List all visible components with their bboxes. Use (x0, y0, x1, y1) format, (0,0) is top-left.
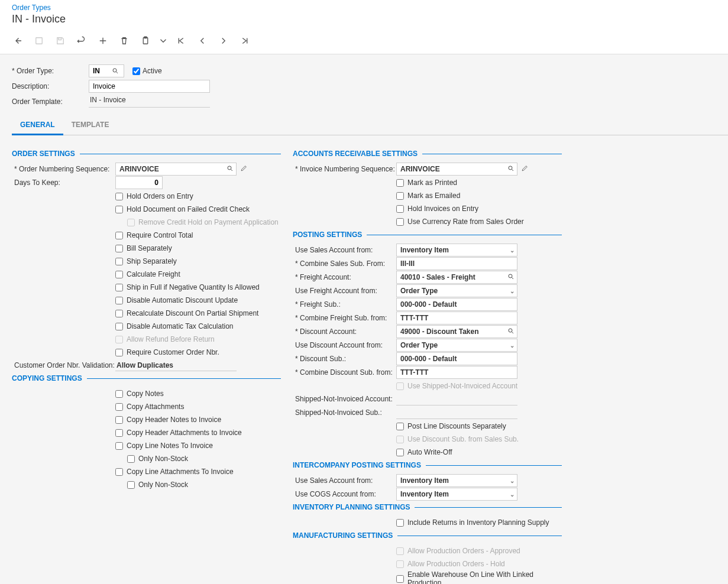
ship-sep-checkbox[interactable] (115, 258, 123, 265)
active-label: Active (143, 67, 162, 75)
next-icon[interactable] (213, 33, 234, 49)
freight-acct-label: Freight Account: (293, 273, 396, 281)
shipped-notinv-acct-value (396, 392, 517, 405)
svg-point-5 (228, 166, 231, 170)
post-line-disc-checkbox[interactable] (396, 423, 404, 430)
save-and-close-icon (28, 33, 50, 49)
allow-refund-checkbox (115, 336, 123, 343)
disable-auto-tax-checkbox[interactable] (115, 323, 123, 330)
pencil-icon[interactable] (240, 164, 248, 174)
chevron-down-icon: ⌄ (510, 288, 515, 294)
days-to-keep-label: Days To Keep: (12, 179, 115, 187)
freight-sub-input[interactable]: 000-000 - Default (396, 298, 517, 311)
svg-point-4 (113, 69, 117, 72)
only-nonstock1-checkbox[interactable] (127, 455, 135, 463)
bill-sep-checkbox[interactable] (115, 245, 123, 252)
delete-icon[interactable] (114, 33, 135, 49)
mark-emailed-label: Mark as Emailed (407, 192, 460, 200)
days-to-keep-input[interactable] (115, 176, 163, 189)
order-type-input[interactable] (89, 64, 124, 77)
copy-line-attach-checkbox[interactable] (115, 468, 123, 476)
use-shipped-notinv-label: Use Shipped-Not-Invoiced Account (407, 382, 517, 390)
freight-acct-input[interactable]: 40010 - Sales - Freight (396, 271, 517, 284)
search-icon[interactable] (507, 165, 515, 174)
disable-auto-disc-checkbox[interactable] (115, 297, 123, 304)
breadcrumb-link[interactable]: Order Types (0, 0, 728, 13)
clipboard-icon[interactable] (135, 33, 156, 49)
combine-freight-sub-label: Combine Freight Sub. from: (293, 314, 396, 322)
calc-freight-checkbox[interactable] (115, 271, 123, 278)
discount-sub-label: Discount Sub.: (293, 355, 396, 363)
auto-writeoff-checkbox[interactable] (396, 449, 404, 456)
allow-prod-hold-checkbox (396, 560, 404, 568)
description-input[interactable] (89, 80, 210, 93)
search-icon[interactable] (227, 165, 234, 174)
last-icon[interactable] (234, 33, 255, 49)
only-nonstock2-checkbox[interactable] (127, 481, 135, 489)
only-nonstock2-label: Only Non-Stock (138, 481, 188, 489)
pencil-icon[interactable] (521, 164, 529, 174)
include-returns-checkbox[interactable] (396, 519, 404, 527)
remove-credit-hold-checkbox (127, 219, 135, 226)
search-icon[interactable] (109, 65, 121, 77)
enable-warehouse-checkbox[interactable] (396, 575, 404, 583)
use-sales-acct-select[interactable]: Inventory Item⌄ (396, 244, 517, 257)
order-settings-header: ORDER SETTINGS (12, 150, 75, 158)
clipboard-dropdown-icon[interactable] (156, 33, 170, 49)
copy-hdr-notes-label: Copy Header Notes to Invoice (127, 416, 221, 424)
hold-invoices-checkbox[interactable] (396, 205, 404, 213)
tab-general[interactable]: GENERAL (12, 116, 63, 135)
svg-rect-2 (143, 38, 148, 44)
ic-use-sales-acct-select[interactable]: Inventory Item⌄ (396, 474, 517, 487)
prev-icon[interactable] (192, 33, 213, 49)
chevron-down-icon: ⌄ (510, 478, 515, 484)
save-icon (50, 33, 71, 49)
copy-line-notes-checkbox[interactable] (115, 442, 123, 450)
require-cust-ord-checkbox[interactable] (115, 349, 123, 356)
back-icon[interactable] (7, 33, 28, 49)
combine-freight-sub-input[interactable]: TTT-TTT (396, 312, 517, 325)
order-num-seq-input[interactable]: ARINVOICE (115, 163, 237, 176)
combine-sales-sub-input[interactable]: III-III (396, 257, 517, 270)
shipped-notinv-sub-label: Shipped-Not-Invoiced Sub.: (293, 408, 396, 417)
mark-printed-checkbox[interactable] (396, 179, 404, 187)
chevron-down-icon: ⌄ (510, 247, 515, 254)
add-icon[interactable] (92, 33, 114, 49)
ship-full-neg-checkbox[interactable] (115, 284, 123, 291)
discount-acct-input[interactable]: 49000 - Discount Taken (396, 325, 517, 338)
copy-hdr-attach-checkbox[interactable] (115, 429, 123, 437)
copying-settings-header: COPYING SETTINGS (12, 374, 82, 382)
inv-num-seq-label: Invoice Numbering Sequence: (293, 165, 396, 173)
copy-attach-checkbox[interactable] (115, 403, 123, 411)
use-discount-acct-label: Use Discount Account from: (293, 341, 396, 349)
search-icon[interactable] (507, 273, 515, 282)
use-discount-acct-select[interactable]: Order Type⌄ (396, 339, 517, 352)
copy-hdr-notes-checkbox[interactable] (115, 416, 123, 424)
chevron-down-icon: ⌄ (510, 342, 515, 349)
mark-printed-label: Mark as Printed (407, 179, 457, 187)
active-checkbox[interactable] (132, 67, 140, 75)
inv-num-seq-input[interactable]: ARINVOICE (396, 163, 517, 176)
allow-prod-approved-checkbox (396, 547, 404, 555)
freight-sub-label: Freight Sub.: (293, 300, 396, 309)
copy-notes-checkbox[interactable] (115, 390, 123, 398)
undo-icon[interactable] (71, 33, 92, 49)
order-num-seq-label: Order Numbering Sequence: (12, 165, 115, 173)
copy-line-notes-label: Copy Line Notes To Invoice (127, 442, 213, 450)
combine-sales-sub-label: Combine Sales Sub. From: (293, 259, 396, 268)
search-icon[interactable] (507, 327, 515, 336)
mark-emailed-checkbox[interactable] (396, 192, 404, 200)
use-freight-acct-select[interactable]: Order Type⌄ (396, 284, 517, 297)
recalc-disc-checkbox[interactable] (115, 310, 123, 317)
hold-doc-credit-checkbox[interactable] (115, 206, 123, 213)
copy-notes-label: Copy Notes (127, 390, 164, 398)
tab-template[interactable]: TEMPLATE (63, 116, 118, 135)
hold-doc-credit-label: Hold Document on Failed Credit Check (127, 205, 250, 213)
require-control-checkbox[interactable] (115, 232, 123, 239)
use-curr-rate-checkbox[interactable] (396, 218, 404, 226)
combine-discount-sub-input[interactable]: TTT-TTT (396, 366, 517, 379)
hold-orders-checkbox[interactable] (115, 193, 123, 200)
ic-use-cogs-acct-select[interactable]: Inventory Item⌄ (396, 488, 517, 501)
discount-sub-input[interactable]: 000-000 - Default (396, 352, 517, 365)
first-icon[interactable] (170, 33, 192, 49)
